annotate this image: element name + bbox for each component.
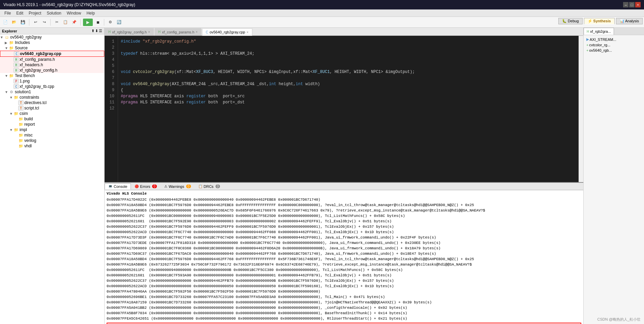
- sidebar-item-ov5640_rgb2gray_cpp[interactable]: Cov5640_rgb2gray.cpp: [0, 51, 104, 57]
- tree-arrow-source: ▼: [5, 46, 9, 50]
- toolbar-redo[interactable]: ↪: [40, 19, 48, 26]
- code-line-7: [121, 75, 576, 81]
- menu-window[interactable]: Window: [64, 10, 84, 16]
- tab-close-2[interactable]: ×: [196, 30, 198, 34]
- sidebar-item-source[interactable]: ▼📁Source: [0, 45, 104, 51]
- toolbar: 📄 📂 💾 ↩ ↪ ✂ 📋 📌 ▶ ⏹ ⚙ 🔄: [0, 17, 644, 28]
- line-numbers: 1 2 3 4 5 6 7 8 9 10 11 12: [105, 36, 118, 182]
- sidebar-item-build[interactable]: 📁build: [0, 116, 104, 122]
- tab-xf-rgb2gray-config-h[interactable]: H xf_rgb2gray_config.h ×: [105, 28, 154, 35]
- sidebar-item-includes[interactable]: ▶📁Includes: [0, 40, 104, 45]
- sidebar-item-constraints[interactable]: ▼📁constraints: [0, 95, 104, 100]
- code-content[interactable]: #include "xf_rgb2gray_config.h" typedef …: [118, 36, 579, 182]
- tree-label-verilog: verilog: [24, 138, 36, 143]
- maximize-button[interactable]: □: [629, 2, 635, 7]
- console-label: Console: [114, 184, 127, 189]
- tab-errors[interactable]: 🔴 Errors 0: [131, 183, 161, 190]
- console-line: 0x0000000052622C37 (0x0000000000000000 0…: [107, 278, 581, 283]
- toolbar-copy[interactable]: 📋: [62, 19, 69, 26]
- sidebar-item-vhdl[interactable]: 📁vhdl: [0, 143, 104, 149]
- toolbar-new[interactable]: 📄: [2, 19, 9, 26]
- console-line: 0x0000000052622ACD (0x0000000000000000 0…: [107, 283, 581, 289]
- close-button[interactable]: ×: [635, 2, 641, 7]
- toolbar-refresh[interactable]: 🔄: [115, 19, 123, 26]
- tree-label-constraints: constraints: [20, 95, 39, 100]
- sidebar-menu[interactable]: ☰: [99, 29, 102, 33]
- toolbar-paste[interactable]: 📌: [71, 19, 78, 26]
- tab-xf-config-params-h[interactable]: H xf_config_params.h ×: [155, 28, 201, 35]
- toolbar-cut[interactable]: ✂: [53, 19, 60, 26]
- sidebar: Explorer ⬆ ⬇ ☰ ▼🗂ov5640_rgb2gray▶📁Includ…: [0, 28, 105, 324]
- sidebar-item-report[interactable]: 📁report: [0, 122, 104, 127]
- menu-file[interactable]: File: [2, 10, 13, 16]
- sidebar-item-xf_rgb2gray_tb_cpp[interactable]: Cxf_rgb2gray_tb.cpp: [0, 84, 104, 89]
- toolbar-settings[interactable]: ⚙: [107, 19, 114, 26]
- toolbar-save[interactable]: 💾: [19, 19, 27, 26]
- console-line: 0x00007FFA18A58BD4 (0x000001BC7F5976D0 0…: [107, 202, 581, 208]
- menu-solution[interactable]: Solution: [44, 10, 64, 16]
- tab-close-3[interactable]: ×: [247, 30, 249, 34]
- sidebar-controls: ⬆ ⬇ ☰: [91, 29, 102, 33]
- menu-edit[interactable]: Edit: [13, 10, 26, 16]
- tab-synthesis[interactable]: ⚡ Synthesis: [584, 18, 615, 24]
- sidebar-item-1_png[interactable]: P1.png: [0, 78, 104, 84]
- tree-label-xf_config_params_h: xf_config_params.h: [20, 57, 55, 62]
- sidebar-item-verilog[interactable]: 📁verilog: [0, 138, 104, 143]
- sidebar-item-script_tcl[interactable]: Tscript.tcl: [0, 105, 104, 111]
- toolbar-undo[interactable]: ↩: [32, 19, 39, 26]
- tree-icon-build: 📁: [18, 117, 24, 121]
- sidebar-item-xf_config_params_h[interactable]: Hxf_config_params.h: [0, 57, 104, 62]
- run-button[interactable]: ▶: [83, 19, 93, 26]
- sidebar-item-misc[interactable]: 📁misc: [0, 132, 104, 138]
- tab-warnings[interactable]: ⚠ Warnings 0: [161, 183, 195, 190]
- tab-console[interactable]: 💻 Console: [105, 183, 131, 190]
- sidebar-item-impl[interactable]: ▼📁impl: [0, 127, 104, 132]
- sidebar-item-solution1[interactable]: ▼⚙solution1: [0, 89, 104, 95]
- sidebar-expand[interactable]: ⬇: [95, 29, 98, 33]
- drcs-icon: 📋: [198, 184, 202, 188]
- toolbar-stop[interactable]: ⏹: [94, 19, 102, 26]
- toolbar-open[interactable]: 📂: [10, 19, 18, 26]
- tab-analysis[interactable]: 📊 Analysis: [616, 18, 643, 24]
- sidebar-item-directives_tcl[interactable]: Tdirectives.tcl: [0, 100, 104, 105]
- tree-arrow-ov5640_rgb2gray: ▼: [0, 35, 4, 39]
- warnings-label: Warnings: [169, 184, 184, 189]
- right-tree-cvtcolor[interactable]: + cvtcolor_rg...: [585, 42, 643, 48]
- sidebar-item-xf_headers_h[interactable]: Hxf_headers.h: [0, 62, 104, 68]
- tab-drcs[interactable]: 📋 DRCs 0: [195, 183, 224, 190]
- tree-label-misc: misc: [24, 133, 33, 138]
- right-tab-1[interactable]: H xf_rgb2gra...: [584, 28, 614, 35]
- editor-scrollbar[interactable]: [579, 36, 583, 182]
- tab-debug[interactable]: 🐛 Debug: [558, 18, 582, 24]
- right-tree-axistream[interactable]: ▶ AXI_STREAM...: [585, 36, 643, 42]
- sidebar-item-xf_rgb2gray_config_h[interactable]: Hxf_rgb2gray_config.h: [0, 68, 104, 73]
- tab-ov5640-rgb2gray-cpp[interactable]: C ov5640_rgb2gray.cpp ×: [202, 28, 252, 36]
- menu-project[interactable]: Project: [26, 10, 44, 16]
- menu-help[interactable]: Help: [84, 10, 97, 16]
- minimize-button[interactable]: –: [623, 2, 628, 7]
- right-tree-icon-2: +: [586, 43, 588, 47]
- app-title: Vivado HLS 2019.1 - ov5640_rgb2gray (D:\…: [3, 2, 135, 7]
- watermark: CSDN @晚热的人_杜小壮: [597, 317, 641, 322]
- sidebar-item-ov5640_rgb2gray[interactable]: ▼🗂ov5640_rgb2gray: [0, 34, 104, 40]
- sidebar-item-test_bench[interactable]: ▼📁Test Bench: [0, 73, 104, 78]
- sidebar-item-csim[interactable]: ▼📁csim: [0, 111, 104, 116]
- console-line: 0x00007FFA17D73EDE (0x00007FFA17F818D318…: [107, 240, 581, 246]
- error-box: Abnormal program termination (EXCEPTION_…: [107, 323, 581, 324]
- console-tab-bar: 💻 Console 🔴 Errors 0 ⚠ Warnings 0 📋 DRCs…: [105, 183, 583, 190]
- errors-badge: 0: [152, 184, 157, 188]
- console-content[interactable]: Vivado HLS Console 0x00007FFA17D4022C (0…: [105, 190, 583, 324]
- tab-close-1[interactable]: ×: [148, 30, 150, 34]
- tree-icon-misc: 📁: [18, 133, 24, 138]
- console-line: 0x00007FFA5A041BB2 (0x0000000000000000 0…: [107, 305, 581, 310]
- window-controls[interactable]: – □ ×: [623, 2, 641, 7]
- tree-label-includes: Includes: [15, 40, 30, 45]
- separator-1: [29, 19, 29, 26]
- sidebar-title: Explorer: [2, 29, 17, 33]
- console-line: 0x00007FFA18A5B9E6 (0x6732627725F3034 0x…: [107, 262, 581, 267]
- console-line: 0x0000000052622ACD (0x000001BC7F6C7740 0…: [107, 229, 581, 235]
- right-tree-label-1: AXI_STREAM...: [590, 38, 616, 42]
- sidebar-collapse[interactable]: ⬆: [91, 29, 94, 33]
- console-line: 0x00007FFA17D4022C (0x00000094462FEBE8 0…: [107, 197, 581, 202]
- right-tree-ov5640[interactable]: + ov5640_rgb...: [585, 48, 643, 53]
